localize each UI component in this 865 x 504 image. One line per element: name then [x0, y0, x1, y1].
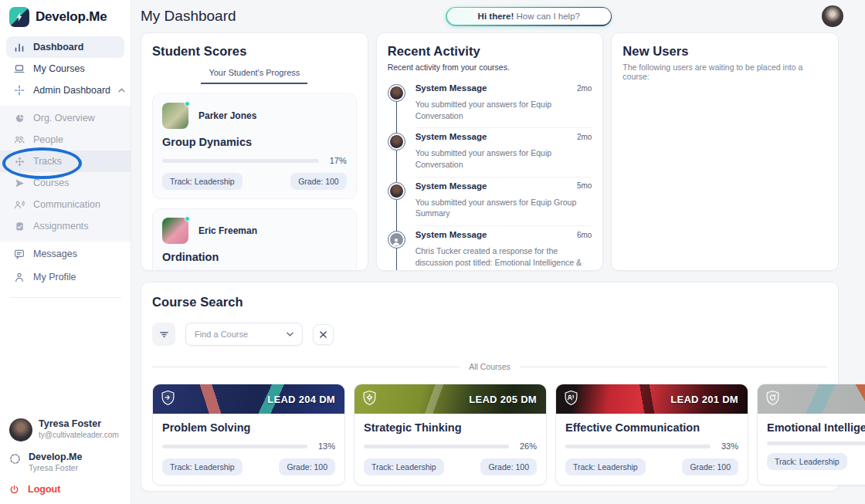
app-logo[interactable]: Develop.Me	[0, 0, 131, 33]
sidebar-item-dashboard[interactable]: Dashboard	[6, 36, 124, 58]
course-code: LEAD 204 DM	[267, 394, 335, 405]
recent-activity-panel: Recent Activity Recent activity from you…	[376, 32, 604, 271]
panel-title: New Users	[622, 44, 827, 59]
panel-title: Recent Activity	[388, 44, 592, 59]
clipboard-check-icon	[13, 220, 25, 232]
student-name: Eric Freeman	[198, 225, 257, 236]
sidebar-item-tracks[interactable]: Tracks	[0, 151, 131, 172]
sidebar-nav: Dashboard My Courses Admin Dashboard Org…	[0, 33, 131, 288]
progress-bar	[162, 159, 319, 163]
user-email: ty@cultivateleader.com	[39, 431, 119, 439]
sidebar-item-admin-dashboard[interactable]: Admin Dashboard	[6, 79, 124, 101]
student-avatar	[162, 218, 188, 244]
activity-avatar	[388, 84, 405, 102]
course-search-controls: Find a Course	[152, 323, 827, 346]
app-name: Develop.Me	[36, 9, 107, 25]
org-sync-icon	[9, 453, 21, 468]
sidebar-item-my-profile[interactable]: My Profile	[6, 266, 124, 288]
find-course-select[interactable]: Find a Course	[185, 323, 303, 346]
course-card[interactable]: LEAD 201 DM Effective Communication 33% …	[555, 384, 748, 485]
course-card[interactable]: Emotional Intelligence Track: Leadership	[757, 384, 865, 485]
shield-idea-icon	[362, 390, 377, 410]
activity-avatar	[388, 231, 405, 249]
shield-refresh-icon	[765, 390, 780, 410]
course-banner: LEAD 205 DM	[354, 384, 546, 414]
student-card[interactable]: Eric Freeman Ordination 19% Track: Minis…	[152, 208, 357, 271]
progress-bar	[364, 445, 509, 448]
sidebar-item-my-courses[interactable]: My Courses	[6, 58, 124, 79]
laptop-icon	[13, 63, 25, 75]
course-banner: LEAD 201 DM	[556, 384, 748, 414]
course-name: Ordination	[162, 251, 347, 263]
activity-item[interactable]: System Message5mo You submitted your ans…	[388, 178, 592, 226]
student-scores-panel: Student Scores Your Student's Progress P…	[141, 32, 368, 271]
progress-percent: 33%	[718, 441, 738, 451]
org-subtitle: Tyresa Foster	[29, 463, 82, 472]
course-search-panel: Course Search Find a Course All Courses	[141, 282, 839, 492]
sidebar-item-org-overview[interactable]: Org. Overview	[6, 107, 124, 129]
activity-avatar	[388, 133, 405, 151]
sidebar-item-label: Courses	[33, 178, 70, 188]
sidebar-user[interactable]: Tyresa Foster ty@cultivateleader.com	[0, 418, 131, 441]
progress-bar	[565, 445, 711, 448]
sidebar-item-label: People	[33, 134, 63, 145]
clear-filter-button[interactable]	[313, 324, 334, 345]
panel-subtitle: Recent activity from your courses.	[388, 63, 592, 72]
track-badge: Track: Leadership	[767, 453, 847, 470]
chat-question: How can I help?	[514, 12, 580, 21]
course-title: Strategic Thinking	[364, 421, 537, 434]
activity-item[interactable]: System Message2mo You submitted your ans…	[388, 79, 592, 128]
all-courses-divider: All Courses	[152, 362, 827, 371]
logout-button[interactable]: Logout	[9, 484, 121, 495]
bar-chart-icon	[13, 41, 25, 53]
track-badge: Track: Leadership	[364, 458, 444, 475]
activity-item[interactable]: System Message6mo Chris Tucker created a…	[388, 226, 592, 271]
course-banner: LEAD 204 DM	[153, 384, 344, 414]
course-cards-row: LEAD 204 DM Problem Solving 13% Track: L…	[152, 384, 827, 485]
dashboard-content: Student Scores Your Student's Progress P…	[141, 32, 865, 504]
activity-avatar	[388, 182, 405, 200]
shield-arrow-icon	[161, 390, 175, 410]
grade-badge: Grade: 100	[279, 458, 335, 475]
sidebar-item-label: My Profile	[33, 272, 76, 282]
people-icon	[13, 134, 25, 146]
org-name: Develop.Me	[29, 452, 82, 462]
activity-item[interactable]: System Message2mo You submitted your ans…	[388, 128, 592, 177]
sidebar-item-people[interactable]: People	[6, 129, 124, 151]
sidebar-item-communication[interactable]: Communication	[6, 194, 124, 215]
progress-percent: 13%	[315, 441, 335, 451]
student-card[interactable]: Parker Jones Group Dynamics 17% Track: L…	[152, 93, 357, 199]
grade-badge: Grade: 100	[480, 458, 537, 475]
sidebar-item-label: Admin Dashboard	[33, 85, 110, 96]
course-name: Group Dynamics	[162, 136, 347, 148]
student-name: Parker Jones	[198, 110, 256, 121]
org-switcher[interactable]: Develop.Me Tyresa Foster	[0, 452, 131, 472]
activity-title: System Message	[416, 181, 487, 191]
crosshair-icon	[13, 84, 25, 96]
user-avatar	[9, 418, 32, 441]
header-avatar[interactable]	[822, 5, 843, 27]
course-code: LEAD 205 DM	[469, 394, 537, 405]
assistant-chat-button[interactable]: Hi there! How can I help?	[446, 7, 612, 26]
shield-speaker-icon	[564, 390, 578, 410]
panel-title: Course Search	[152, 295, 827, 310]
course-card[interactable]: LEAD 205 DM Strategic Thinking 26% Track…	[354, 384, 547, 485]
sidebar-item-assignments[interactable]: Assignments	[6, 215, 124, 237]
activity-body: You submitted your answers for Equip Con…	[416, 147, 592, 170]
track-badge: Track: Leadership	[565, 458, 646, 475]
sidebar-item-courses[interactable]: Courses	[6, 172, 124, 194]
filter-button[interactable]	[152, 323, 175, 346]
grade-badge: Grade: 100	[290, 173, 347, 190]
course-title: Emotional Intelligence	[767, 421, 865, 434]
move-icon	[13, 155, 25, 167]
activity-body: Chris Tucker created a response for the …	[416, 245, 592, 271]
sidebar-item-messages[interactable]: Messages	[6, 243, 124, 265]
track-badge: Track: Leadership	[162, 458, 243, 475]
activity-body: You submitted your answers for Equip Gro…	[416, 197, 592, 219]
main-area: My Dashboard Hi there! How can I help? S…	[131, 0, 865, 504]
online-status-dot	[185, 101, 190, 107]
course-card[interactable]: LEAD 204 DM Problem Solving 13% Track: L…	[152, 384, 345, 485]
sidebar-item-label: Tracks	[33, 156, 62, 167]
tab-students-progress[interactable]: Your Student's Progress	[201, 68, 307, 84]
activity-body: You submitted your answers for Equip Con…	[416, 99, 592, 121]
